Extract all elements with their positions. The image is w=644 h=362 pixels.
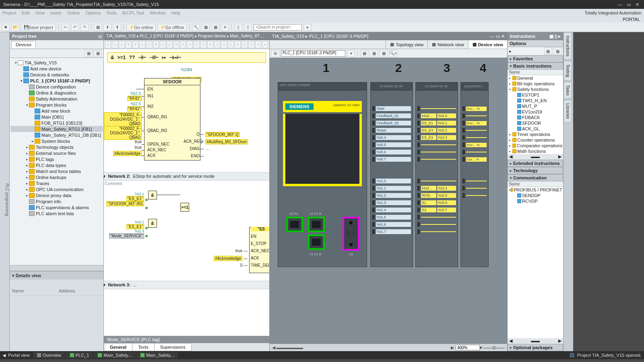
instr-item[interactable]: ▸Math functions: [508, 148, 563, 154]
instr-item[interactable]: RCVDP: [508, 198, 563, 204]
io-channel[interactable]: [462, 127, 487, 134]
n2-signal[interactable]: "SFDOOR_M3".IN1: [104, 201, 144, 206]
search-go-icon[interactable]: ▸: [303, 24, 312, 31]
tree-tb-icon[interactable]: ▦: [94, 50, 102, 57]
io-channel[interactable]: ES_E4%I3.2: [417, 127, 456, 134]
tree-item[interactable]: ▸Technology objects: [10, 144, 103, 150]
cut-icon[interactable]: ✂: [61, 24, 69, 31]
save-button[interactable]: 💾 Save project: [21, 24, 56, 31]
io-channel[interactable]: %I1.1: [372, 185, 411, 192]
taskbar-item[interactable]: PLC_1: [66, 352, 93, 358]
pane-buttons[interactable]: ▦ ▯ ▸: [549, 32, 561, 40]
fb-input-tag[interactable]: %I2.5"RFID": [104, 102, 142, 111]
ed-tb-icon[interactable]: ▫: [180, 41, 186, 48]
ed-tb-icon[interactable]: ▫: [132, 41, 138, 48]
n2-signal[interactable]: %I2.1"ES_E1": [104, 192, 144, 201]
sect-basic[interactable]: ▾Basic instructions: [508, 62, 563, 70]
tree-item[interactable]: ▸Device proxy data: [10, 192, 103, 198]
tree-item[interactable]: Add new block: [10, 108, 103, 114]
network2-comment[interactable]: Comment: [104, 181, 269, 187]
ed-tb-icon[interactable]: ▫: [139, 41, 145, 48]
io-channel[interactable]: %I1.7: [372, 228, 411, 235]
new-icon[interactable]: ✸: [2, 24, 10, 31]
io-channel[interactable]: Driv… %: [462, 141, 487, 148]
sect-communication[interactable]: ▾Communication: [508, 174, 563, 181]
minimize-button[interactable]: —: [617, 0, 624, 9]
io-channel[interactable]: %I1.3: [372, 199, 411, 206]
tree-item[interactable]: ▾PLC_1 [CPU 1516F-3 PN/DP]: [10, 78, 103, 84]
port-x3-dp[interactable]: ⋮⋮: [343, 217, 359, 251]
fb-input-tag[interactable]: true: [104, 145, 142, 150]
fb2-val[interactable]: #Acknowledge —: [214, 256, 248, 261]
instr-item[interactable]: SENDDP: [508, 193, 563, 198]
tree-item[interactable]: ▸System blocks: [10, 138, 103, 144]
port-x2p1[interactable]: [286, 217, 303, 232]
side-tab-testing[interactable]: Testing: [564, 61, 572, 81]
sect-optional[interactable]: ▸Optional packages: [508, 344, 563, 351]
project-tree[interactable]: ▾TIA_Safety_V15Add new deviceDevices & n…: [10, 58, 103, 265]
ed-tb-icon[interactable]: ▫: [119, 41, 125, 48]
ed-tb-icon[interactable]: ▫: [262, 41, 268, 48]
ed-tab[interactable]: Texts: [132, 343, 155, 351]
dd-icon[interactable]: ▾: [347, 50, 355, 57]
taskbar-item[interactable]: Main_Safety...: [94, 352, 136, 358]
dev-tb-icon[interactable]: ▦: [370, 50, 378, 57]
ed-tb-icon[interactable]: ▫: [207, 41, 213, 48]
ed-tb-icon[interactable]: ▫: [167, 41, 173, 48]
io-channel[interactable]: [462, 112, 487, 119]
port-x1p2r[interactable]: [308, 234, 325, 250]
ed-tab[interactable]: Supervisions: [154, 343, 192, 351]
ed-tb-icon[interactable]: ▫: [242, 41, 248, 48]
ed-tb-icon[interactable]: ▫: [214, 41, 220, 48]
tree-item[interactable]: Add new device: [10, 66, 103, 72]
io-channel[interactable]: Mod…%I3.4: [417, 185, 456, 192]
io-channel[interactable]: [462, 148, 487, 156]
port-x1p1r[interactable]: [308, 217, 325, 232]
io-channel[interactable]: S1%I3.6: [417, 199, 456, 206]
io-channel[interactable]: Start: [372, 105, 411, 112]
io-channel[interactable]: Reset: [372, 127, 411, 134]
tree-item[interactable]: ▾TIA_Safety_V15: [10, 60, 103, 66]
n2-signal[interactable]: %I2.4"Mode_SERVICE": [104, 229, 144, 239]
io-channel[interactable]: %I1.2: [372, 192, 411, 199]
zoom-input[interactable]: [456, 345, 480, 350]
instr-item[interactable]: SFDOOR: [508, 120, 563, 126]
instr-item[interactable]: EV1oo2DI: [508, 109, 563, 115]
tb-icon[interactable]: ▯: [234, 24, 242, 31]
upload-icon[interactable]: ⬆: [113, 24, 121, 31]
sect-technology[interactable]: ▸Technology: [508, 167, 563, 174]
menu-view[interactable]: View: [35, 10, 45, 15]
menu-insert[interactable]: Insert: [50, 10, 62, 15]
fb-input-tag[interactable]: true: [104, 140, 142, 144]
side-tab-tasks[interactable]: Tasks: [564, 82, 572, 99]
fbd-canvas[interactable]: %DB4 "SFDOOR_M3" SFDOOR EN %I2.5"RFID" I…: [104, 66, 269, 336]
dev-tb-icon[interactable]: ⊞: [271, 50, 279, 57]
open-icon[interactable]: 📂: [11, 24, 19, 31]
tree-item[interactable]: ▸OPC UA communication: [10, 186, 103, 192]
menu-options[interactable]: Options: [85, 10, 101, 15]
io-channel[interactable]: %I0.4: [372, 134, 411, 141]
tree-tb-icon[interactable]: ▦: [85, 50, 93, 57]
tree-item[interactable]: Online & diagnostics: [10, 90, 103, 96]
instr-item[interactable]: ▾Safety functions: [508, 86, 563, 92]
tb-icon[interactable]: ✕: [221, 24, 229, 31]
opt-chevron-icon[interactable]: ▸: [509, 49, 512, 54]
editor1-breadcrumb[interactable]: TIA_Safety_V15 ▸ PLC_1 [CPU 1516F-3 PN/D…: [104, 32, 269, 40]
io-channel[interactable]: %I0.6: [372, 148, 411, 156]
menu-edit[interactable]: Edit: [22, 10, 29, 15]
editor2-winbtns[interactable]: — ▭ ✕: [490, 32, 505, 40]
zoom-in-icon[interactable]: 🔍+: [389, 50, 397, 57]
io-channel[interactable]: %I0.5: [372, 141, 411, 148]
tab-topology[interactable]: ▦ Topology view: [386, 40, 427, 49]
io-channel[interactable]: Out… %: [462, 156, 487, 163]
tb-icon[interactable]: ▯: [244, 24, 252, 31]
io-channel[interactable]: RFID%I3.5: [417, 192, 456, 199]
ed-tb-icon[interactable]: ▫: [173, 41, 180, 48]
sect-favorites[interactable]: ▸Favorites: [508, 55, 563, 62]
tb-icon[interactable]: 🔧: [192, 24, 200, 31]
tab-devices[interactable]: Devices: [11, 41, 36, 48]
lad-op[interactable]: &: [111, 55, 114, 60]
side-tab-instructions[interactable]: Instructions: [564, 32, 572, 60]
menu-tools[interactable]: Tools: [106, 10, 117, 15]
instr-item[interactable]: ESTOP1: [508, 92, 563, 98]
